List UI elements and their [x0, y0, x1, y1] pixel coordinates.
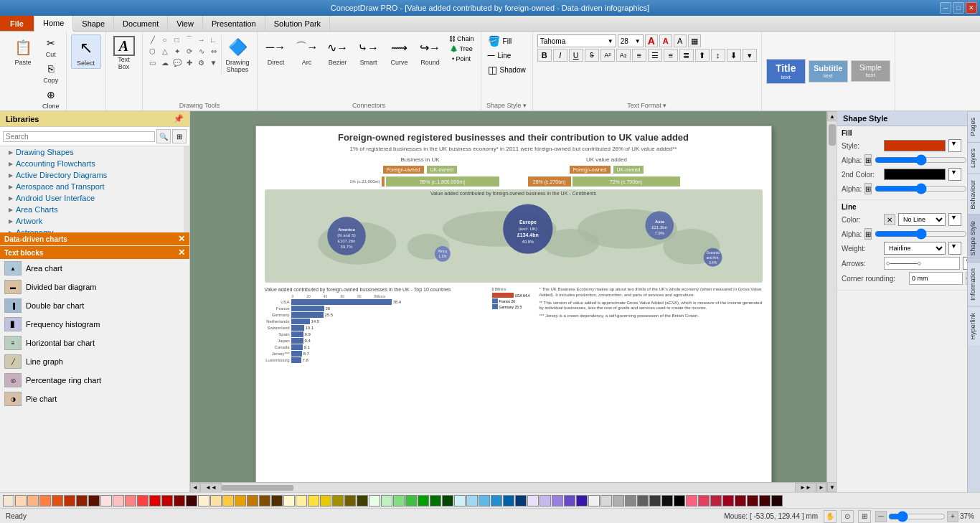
color-swatch-37[interactable]	[442, 495, 453, 506]
color-swatch-23[interactable]	[271, 495, 283, 506]
arc-button[interactable]: ⌒→ Arc	[293, 34, 321, 67]
more-shapes-icon[interactable]: ▼	[208, 57, 220, 67]
chart-item-double-bar[interactable]: ▐ Double bar chart	[0, 296, 189, 315]
line-color-select[interactable]: No Line Solid	[898, 213, 946, 226]
canvas-hscroll[interactable]: ◄ ◄◄ ►► ►	[190, 482, 826, 492]
scroll-up-btn[interactable]: ▲	[827, 111, 837, 121]
color-swatch-49[interactable]	[588, 495, 600, 506]
angle-shape[interactable]: ∟	[208, 34, 220, 44]
color-swatch-26[interactable]	[308, 495, 319, 506]
smart-button[interactable]: ⤷→ Smart	[354, 34, 383, 67]
color-swatch-55[interactable]	[661, 495, 673, 506]
color-swatch-7[interactable]	[76, 495, 88, 506]
second-color-dropdown[interactable]: ▼	[948, 168, 961, 181]
tab-presentation[interactable]: Presentation	[203, 16, 265, 31]
star-shape[interactable]: ✦	[171, 46, 183, 56]
color-swatch-41[interactable]	[491, 495, 502, 506]
color-swatch-60[interactable]	[722, 495, 734, 506]
vtab-behaviour[interactable]: Behaviour	[968, 174, 980, 215]
color-swatch-50[interactable]	[600, 495, 612, 506]
copy-button[interactable]: ⎘ Copy	[40, 60, 62, 85]
line-style-button[interactable]: ─ Line	[486, 49, 528, 62]
color-swatch-53[interactable]	[637, 495, 649, 506]
color-swatch-16[interactable]	[186, 495, 197, 506]
color-swatch-35[interactable]	[418, 495, 429, 506]
fill-button[interactable]: 🪣 Fill	[486, 34, 528, 47]
circle-shape[interactable]: ○	[159, 34, 171, 44]
color-swatch-59[interactable]	[710, 495, 722, 506]
color-swatch-44[interactable]	[527, 495, 539, 506]
superscript-btn[interactable]: A²	[600, 49, 615, 62]
font-extra-btn[interactable]: ▦	[688, 34, 701, 47]
font-shrink-btn[interactable]: A	[659, 34, 672, 47]
tab-view[interactable]: View	[168, 16, 203, 31]
zoom-out-btn[interactable]: ─	[875, 511, 887, 522]
line-alpha-slider[interactable]	[875, 230, 967, 238]
color-swatch-4[interactable]	[39, 495, 51, 506]
line-weight-dropdown[interactable]: ▼	[948, 242, 961, 255]
library-search-input[interactable]	[3, 131, 155, 142]
library-item-area-charts[interactable]: Area Charts	[0, 204, 189, 215]
bold-btn[interactable]: B	[537, 49, 552, 62]
select-button[interactable]: ↖ Select	[71, 34, 101, 69]
color-swatch-63[interactable]	[759, 495, 771, 506]
scroll-left-btn[interactable]: ◄	[190, 483, 200, 493]
valign-top-btn[interactable]: ⬆	[695, 49, 710, 62]
minimize-btn[interactable]: ─	[940, 2, 951, 14]
drawing-shapes-button[interactable]: 🔷 DrawingShapes	[221, 34, 253, 75]
fill-color-box[interactable]	[884, 140, 946, 151]
color-swatch-40[interactable]	[479, 495, 490, 506]
color-swatch-24[interactable]	[283, 495, 295, 506]
title-style-btn[interactable]: Title text	[766, 59, 806, 84]
curve-shape[interactable]: ⌒	[184, 34, 195, 44]
color-swatch-31[interactable]	[369, 495, 380, 506]
scroll-page-right-btn[interactable]: ►►	[795, 483, 816, 493]
align-right-btn[interactable]: ≡	[664, 49, 678, 62]
color-swatch-34[interactable]	[405, 495, 417, 506]
corner-value[interactable]: 0 mm	[909, 272, 963, 285]
arrow-shape[interactable]: →	[196, 34, 207, 44]
library-item-astronomy[interactable]: Astronomy	[0, 227, 189, 232]
chain-button[interactable]: ⛓ Chain	[447, 34, 476, 43]
library-item-aerospace[interactable]: Aerospace and Transport	[0, 181, 189, 192]
font-name-input[interactable]: Tahoma ▼	[537, 34, 616, 47]
color-swatch-25[interactable]	[296, 495, 307, 506]
tab-shape[interactable]: Shape	[73, 16, 114, 31]
tag-close-2[interactable]: ✕	[178, 248, 185, 258]
align-left-btn[interactable]: ≡	[632, 49, 646, 62]
chart-item-frequency[interactable]: ▊ Frequency histogram	[0, 315, 189, 334]
color-swatch-1[interactable]	[3, 495, 14, 506]
subscript-btn[interactable]: A₂	[616, 49, 631, 62]
subtitle-style-btn[interactable]: Subtitle text	[809, 60, 848, 83]
vtab-layers[interactable]: Layers	[968, 142, 980, 174]
library-item-android[interactable]: Android User Interface	[0, 192, 189, 204]
cut-button[interactable]: ✂ Cut	[40, 34, 62, 59]
gear-icon[interactable]: ⚙	[196, 57, 207, 67]
chart-item-area[interactable]: ▲ Area chart	[0, 259, 189, 278]
italic-btn[interactable]: I	[553, 49, 567, 62]
underline-btn[interactable]: U	[569, 49, 583, 62]
paste-button[interactable]: 📋 Paste	[7, 34, 39, 67]
pin-icon[interactable]: 📌	[174, 114, 184, 123]
color-swatch-64[interactable]	[771, 495, 783, 506]
text-format-extra-btn[interactable]: ▾	[743, 49, 757, 62]
library-scrollbar[interactable]	[184, 146, 189, 232]
canvas-vscroll[interactable]: ▲ ▼	[826, 111, 837, 492]
color-swatch-27[interactable]	[320, 495, 331, 506]
color-swatch-51[interactable]	[613, 495, 624, 506]
color-swatch-47[interactable]	[564, 495, 575, 506]
callout-shape[interactable]: 💬	[171, 57, 183, 67]
color-swatch-19[interactable]	[222, 495, 234, 506]
view-toggle-btn[interactable]: ⊞	[172, 129, 187, 143]
cloud-shape[interactable]: ☁	[159, 57, 171, 67]
color-swatch-57[interactable]	[686, 495, 697, 506]
color-swatch-58[interactable]	[698, 495, 710, 506]
color-swatch-21[interactable]	[247, 495, 258, 506]
tab-document[interactable]: Document	[114, 16, 168, 31]
font-clear-btn[interactable]: A	[674, 34, 687, 47]
color-swatch-62[interactable]	[747, 495, 758, 506]
chart-item-line[interactable]: ╱ Line graph	[0, 352, 189, 371]
vtab-information[interactable]: Information	[968, 262, 980, 306]
cross-shape[interactable]: ✚	[184, 57, 195, 67]
color-swatch-9[interactable]	[100, 495, 112, 506]
